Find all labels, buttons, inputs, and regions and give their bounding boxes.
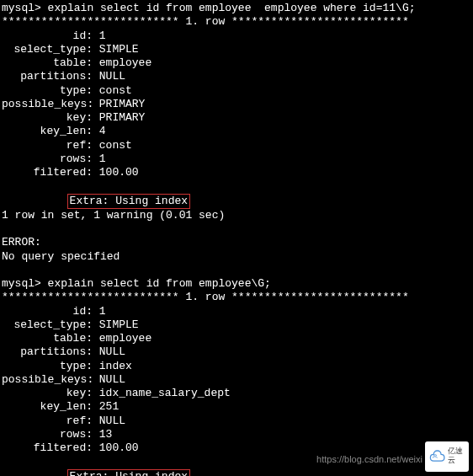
query2-separator: *************************** 1. row *****…: [2, 291, 471, 304]
blank-line-1: [2, 222, 471, 236]
field-value: 251: [93, 400, 119, 413]
field-label: key:: [2, 111, 93, 125]
field-label: id:: [2, 305, 93, 318]
field-label: table:: [2, 56, 93, 70]
field-value: SIMPLE: [93, 318, 139, 331]
field-label: type:: [2, 84, 93, 98]
field-label: table:: [2, 332, 93, 345]
field-row: id: 1: [2, 305, 471, 318]
field-value: 4: [93, 125, 106, 137]
field-row: type: const: [2, 84, 471, 98]
field-row: key: PRIMARY: [2, 111, 471, 125]
field-label: ref:: [2, 139, 93, 152]
field-label: possible_keys:: [2, 373, 93, 387]
field-row: key_len: 4: [2, 125, 471, 138]
watermark-text: https://blog.csdn.net/weixi: [316, 454, 423, 466]
field-label: key_len:: [2, 125, 93, 138]
query1-extra-label: Extra:: [70, 195, 116, 207]
cloud-icon: [425, 449, 446, 464]
query2-prompt: mysql> explain select id from employee\G…: [2, 277, 471, 291]
query2-extra-label: Extra:: [70, 470, 116, 477]
field-row: ref: NULL: [2, 414, 471, 428]
field-value: employee: [93, 56, 151, 69]
field-row: key: idx_name_salary_dept: [2, 387, 471, 400]
field-value: 1: [93, 152, 106, 165]
field-label: partitions:: [2, 70, 93, 83]
field-row: type: index: [2, 360, 471, 373]
field-value: NULL: [93, 345, 125, 358]
error-message: No query specified: [2, 250, 471, 264]
error-label: ERROR:: [2, 236, 471, 249]
field-value: idx_name_salary_dept: [93, 387, 231, 399]
field-row: id: 1: [2, 29, 471, 43]
field-label: partitions:: [2, 345, 93, 359]
query2-extra-value: Using index: [115, 470, 188, 477]
field-label: select_type:: [2, 318, 93, 332]
field-row: filtered: 100.00: [2, 166, 471, 179]
field-row: table: employee: [2, 56, 471, 70]
field-label: ref:: [2, 414, 93, 428]
field-label: filtered:: [2, 166, 93, 179]
field-row: select_type: SIMPLE: [2, 318, 471, 332]
field-label: filtered:: [2, 441, 93, 455]
field-value: PRIMARY: [93, 98, 145, 110]
field-row: ref: const: [2, 139, 471, 152]
field-row: possible_keys: PRIMARY: [2, 98, 471, 111]
logo-text: 亿速云: [448, 447, 469, 467]
blank-line-2: [2, 264, 471, 277]
query1-extra-row: Extra: Using index: [2, 179, 471, 209]
query1-extra-highlight: Extra: Using index: [67, 194, 190, 209]
field-row: partitions: NULL: [2, 70, 471, 83]
field-value: employee: [93, 332, 151, 345]
field-value: 13: [93, 428, 112, 441]
logo-badge: 亿速云: [425, 441, 469, 472]
field-row: rows: 13: [2, 428, 471, 441]
field-value: NULL: [93, 70, 125, 83]
field-label: select_type:: [2, 43, 93, 56]
query2-fields: id: 1select_type: SIMPLEtable: employeep…: [2, 305, 471, 456]
field-value: 1: [93, 29, 106, 42]
field-label: rows:: [2, 428, 93, 441]
field-label: possible_keys:: [2, 98, 93, 111]
field-row: possible_keys: NULL: [2, 373, 471, 387]
field-value: 1: [93, 305, 106, 318]
query2-extra-highlight: Extra: Using index: [67, 469, 190, 477]
field-label: id:: [2, 29, 93, 43]
query1-extra-value: Using index: [115, 195, 188, 207]
field-row: rows: 1: [2, 152, 471, 166]
field-value: SIMPLE: [93, 43, 139, 56]
field-value: PRIMARY: [93, 111, 145, 124]
field-value: const: [93, 84, 132, 97]
field-value: const: [93, 139, 132, 152]
field-value: 100.00: [93, 166, 139, 179]
query1-fields: id: 1select_type: SIMPLEtable: employeep…: [2, 29, 471, 180]
field-label: type:: [2, 360, 93, 373]
query1-prompt: mysql> explain select id from employee e…: [2, 2, 471, 15]
field-value: NULL: [93, 414, 125, 427]
field-label: rows:: [2, 152, 93, 166]
field-value: NULL: [93, 373, 125, 386]
query1-result: 1 row in set, 1 warning (0.01 sec): [2, 209, 471, 222]
field-label: key_len:: [2, 400, 93, 414]
field-row: select_type: SIMPLE: [2, 43, 471, 56]
field-value: index: [93, 360, 132, 372]
field-value: 100.00: [93, 441, 139, 454]
field-row: partitions: NULL: [2, 345, 471, 359]
field-row: filtered: 100.00: [2, 441, 471, 455]
field-row: table: employee: [2, 332, 471, 345]
field-row: key_len: 251: [2, 400, 471, 414]
field-label: key:: [2, 387, 93, 400]
query1-separator: *************************** 1. row *****…: [2, 15, 471, 29]
